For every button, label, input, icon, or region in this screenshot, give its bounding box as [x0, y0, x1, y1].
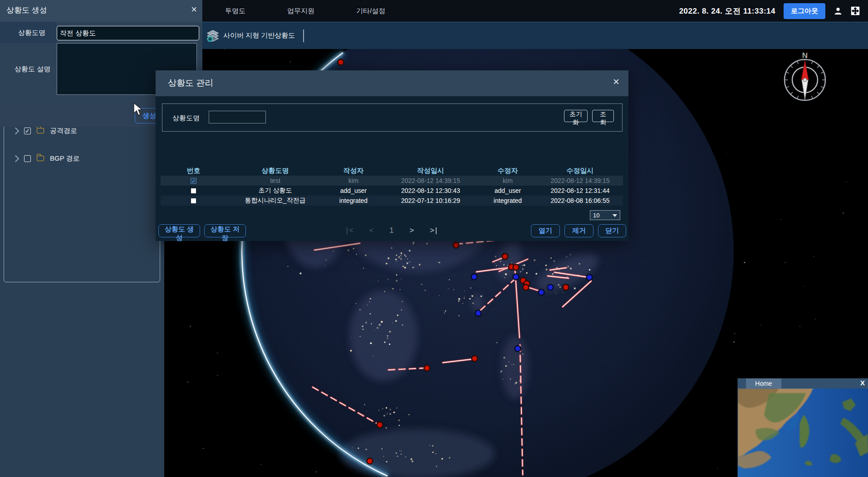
reset-button[interactable]: 초기화 [564, 110, 588, 122]
attack-node-blue[interactable] [476, 310, 481, 316]
attack-node-red[interactable] [453, 242, 459, 248]
close-icon[interactable]: X [860, 379, 865, 387]
attack-node-red[interactable] [472, 356, 478, 362]
modal-footer: 상황도 생성 상황도 저장 열기 제거 닫기 [156, 224, 628, 238]
row-author: integrated [324, 197, 383, 204]
search-name-input[interactable] [209, 111, 266, 123]
checkbox-unchecked-icon[interactable] [24, 155, 31, 162]
minimap-titlebar: Home X [738, 379, 868, 388]
row-author: add_user [324, 187, 383, 194]
attack-node-blue[interactable] [471, 274, 477, 280]
layer-tree-panel: ✓ 공격경로 BGP 경로 [4, 125, 160, 282]
modal-save-button[interactable]: 상황도 저장 [204, 224, 246, 237]
map-title: 사이버 지형 기반상황도 [223, 31, 295, 40]
compass[interactable]: N [779, 51, 831, 103]
attack-node-blue[interactable] [539, 290, 544, 295]
user-icon[interactable] [834, 6, 843, 15]
modal-body: 상황도명 초기화 조회 번호 상황도명 작성자 작성일시 수정자 수정일시 ✓ … [156, 96, 628, 241]
situation-name-input[interactable] [57, 26, 199, 40]
minimap-home-tab[interactable]: Home [746, 379, 781, 388]
minimap-satellite-view[interactable] [738, 388, 868, 477]
row-modified: 2022-08-12 14:39:15 [537, 177, 623, 184]
row-checkbox-unchecked[interactable] [191, 188, 196, 194]
modal-remove-button[interactable]: 제거 [564, 224, 593, 237]
compass-needle-north [801, 60, 809, 80]
tree-item-label: 공격경로 [50, 127, 77, 135]
attack-node-red[interactable] [523, 285, 529, 290]
table-header-row: 번호 상황도명 작성자 작성일시 수정자 수정일시 [161, 166, 623, 176]
row-checkbox-unchecked[interactable] [191, 198, 196, 204]
datetime-display: 2022. 8. 24. 오전 11:33:14 [679, 6, 775, 16]
attack-node-red[interactable] [338, 59, 344, 65]
row-modified: 2022-08-08 16:06:55 [537, 197, 623, 204]
query-button[interactable]: 조회 [592, 110, 614, 122]
checkbox-checked-icon[interactable]: ✓ [24, 128, 31, 134]
col-modifier: 수정자 [478, 167, 537, 175]
row-modifier: integrated [478, 197, 537, 204]
row-created: 2022-08-12 14:39:15 [383, 177, 478, 184]
search-field-label: 상황도명 [172, 114, 200, 123]
row-name: 초기 상황도 [226, 187, 324, 195]
chevron-down-icon [613, 214, 617, 217]
compass-needle-south [802, 80, 808, 99]
tree-item-attack-path[interactable]: ✓ 공격경로 [13, 126, 77, 136]
attack-node-blue[interactable] [515, 346, 521, 352]
folder-icon [37, 128, 44, 133]
row-name: 통합시나리오_작전급 [226, 197, 324, 205]
row-modifier: kim [478, 177, 537, 184]
chevron-right-icon[interactable] [12, 127, 20, 134]
attack-node-red[interactable] [563, 285, 569, 290]
attack-node-red[interactable] [367, 458, 373, 464]
tab-etc-settings[interactable]: 기타/설정 [351, 7, 391, 15]
tree-item-label: BGP 경로 [50, 154, 80, 163]
table-row[interactable]: 통합시나리오_작전급 integrated 2022-07-12 10:16:2… [161, 196, 623, 206]
window-titlebar: 상황도 생성 × [0, 0, 202, 22]
row-created: 2022-08-12 12:30:43 [383, 187, 478, 194]
attack-node-blue[interactable] [548, 285, 554, 290]
layers-icon [206, 29, 220, 43]
folder-icon [37, 156, 44, 161]
page-size-value: 10 [593, 212, 599, 219]
close-icon[interactable]: × [191, 5, 197, 15]
attack-node-red[interactable] [424, 365, 430, 371]
map-header-bar: 사이버 지형 기반상황도 [202, 22, 868, 49]
modal-titlebar: 상황도 관리 × [156, 70, 628, 96]
logout-button[interactable]: 로그아웃 [784, 3, 825, 19]
search-fieldset: 상황도명 초기화 조회 [162, 103, 623, 132]
desc-field-label: 상황도 설명 [15, 65, 50, 74]
name-field-label: 상황도명 [18, 29, 45, 37]
modal-create-button[interactable]: 상황도 생성 [158, 224, 200, 237]
chevron-right-icon[interactable] [12, 155, 20, 162]
window-title: 상황도 생성 [6, 5, 47, 15]
tree-item-bgp-path[interactable]: BGP 경로 [13, 153, 80, 163]
situation-table: 번호 상황도명 작성자 작성일시 수정자 수정일시 ✓ test kim 202… [161, 166, 623, 206]
table-row[interactable]: 초기 상황도 add_user 2022-08-12 12:30:43 add_… [161, 186, 623, 196]
row-modifier: add_user [478, 187, 537, 194]
top-nav-bar: 투명도 업무지원 기타/설정 2022. 8. 24. 오전 11:33:14 … [202, 0, 868, 22]
row-author: kim [324, 177, 383, 184]
col-author: 작성자 [324, 167, 383, 175]
modal-close-button[interactable]: 닫기 [598, 224, 626, 237]
app-root: N 투명도 업무지원 기타/설정 2022. 8. 24. 오전 11:33:1… [0, 0, 868, 477]
fullscreen-icon[interactable] [851, 6, 860, 15]
row-name: test [226, 177, 324, 184]
page-size-select[interactable]: 10 [590, 210, 620, 220]
row-modified: 2022-08-12 12:31:44 [537, 187, 623, 194]
attack-node-red[interactable] [513, 265, 519, 270]
tab-transparency[interactable]: 투명도 [220, 7, 251, 15]
table-row[interactable]: ✓ test kim 2022-08-12 14:39:15 kim 2022-… [161, 176, 623, 186]
row-checkbox-checked[interactable]: ✓ [191, 178, 196, 184]
attack-node-blue[interactable] [513, 274, 519, 280]
attack-node-red[interactable] [502, 254, 508, 260]
attack-node-red[interactable] [377, 422, 383, 428]
tab-work-support[interactable]: 업무지원 [282, 7, 320, 15]
col-created: 작성일시 [383, 167, 478, 175]
home-minimap[interactable]: Home X [737, 378, 868, 477]
modal-open-button[interactable]: 열기 [531, 224, 560, 237]
modal-title: 상황도 관리 [168, 77, 213, 89]
row-created: 2022-07-12 10:16:29 [383, 197, 478, 204]
compass-north-label: N [802, 51, 808, 60]
attack-node-blue[interactable] [587, 275, 593, 280]
divider [303, 30, 304, 42]
close-icon[interactable]: × [613, 76, 619, 87]
